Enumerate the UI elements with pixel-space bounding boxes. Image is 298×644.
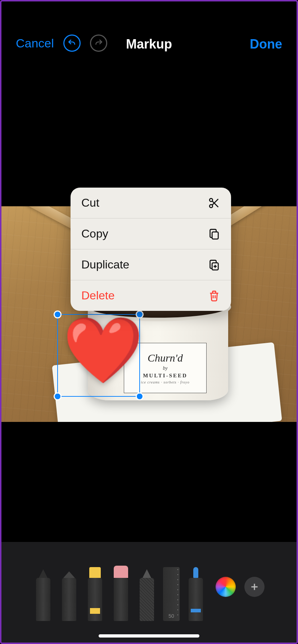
ruler-value: 50	[168, 613, 174, 619]
menu-item-delete[interactable]: Delete	[71, 280, 231, 311]
done-button[interactable]: Done	[250, 37, 282, 52]
svg-point-1	[209, 204, 213, 208]
duplicate-icon	[208, 259, 220, 271]
home-indicator[interactable]	[99, 634, 199, 638]
cup-tagline-text: ice creams · sorbets · froyo	[141, 380, 189, 384]
resize-handle-bottom-left[interactable]	[54, 392, 62, 400]
undo-button[interactable]	[63, 34, 81, 52]
menu-label: Cut	[81, 196, 99, 210]
tool-row: 50	[1, 553, 297, 621]
color-picker-button[interactable]	[216, 577, 236, 597]
trash-icon	[208, 290, 220, 302]
plus-icon	[250, 582, 259, 592]
brush-tool[interactable]	[186, 567, 206, 621]
marker-tool[interactable]	[59, 567, 79, 621]
cup-by-text: by	[163, 365, 167, 371]
markup-toolbar: 50	[1, 542, 297, 643]
pencil-tool[interactable]	[137, 567, 157, 621]
navbar: Cancel Markup Done	[1, 1, 297, 63]
menu-item-duplicate[interactable]: Duplicate	[71, 249, 231, 280]
svg-rect-4	[212, 232, 218, 239]
pen-tool[interactable]	[33, 567, 53, 621]
resize-handle-bottom-right[interactable]	[136, 392, 144, 400]
cancel-button[interactable]: Cancel	[16, 36, 54, 50]
cup-brand-text: Churn'd	[148, 352, 183, 364]
menu-label: Copy	[81, 227, 108, 240]
menu-item-copy[interactable]: Copy	[71, 218, 231, 249]
nav-left-group: Cancel	[16, 34, 107, 52]
redo-icon	[94, 38, 103, 48]
context-menu: Cut Copy Duplicate Delete	[71, 188, 231, 311]
svg-point-0	[209, 198, 213, 202]
highlighter-tool[interactable]	[85, 567, 105, 621]
selection-box[interactable]	[57, 314, 140, 397]
menu-label: Delete	[81, 289, 115, 302]
menu-label: Duplicate	[81, 258, 129, 271]
ruler-tool[interactable]: 50	[163, 567, 180, 621]
redo-button[interactable]	[90, 34, 107, 52]
add-button[interactable]	[244, 577, 265, 597]
undo-icon	[67, 38, 77, 48]
resize-handle-top-left[interactable]	[54, 310, 62, 318]
menu-item-cut[interactable]: Cut	[71, 188, 231, 218]
scissors-icon	[208, 197, 220, 209]
copy-icon	[208, 228, 220, 240]
resize-handle-top-right[interactable]	[136, 310, 144, 318]
cup-sub-text: MULTI-SEED	[143, 373, 188, 379]
eraser-tool[interactable]	[111, 567, 131, 621]
